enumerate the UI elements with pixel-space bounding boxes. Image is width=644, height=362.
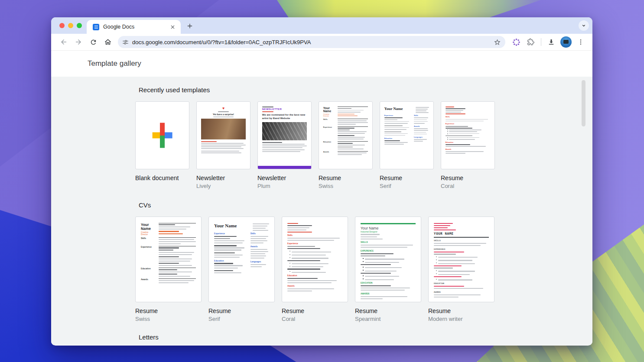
template-card[interactable]: Your Name Creative Director xyxy=(319,101,373,169)
browser-window: Google Docs xyxy=(51,17,592,346)
tab-search-button[interactable] xyxy=(579,20,589,31)
template-thumbnail: NEWSLETTER We are nominated for the best… xyxy=(258,102,311,169)
back-icon xyxy=(60,38,68,46)
template-title: Resume xyxy=(380,175,434,181)
minimize-window-button[interactable] xyxy=(68,23,73,28)
template-thumbnail: ♥ We have a surprise! xyxy=(197,102,250,169)
template-card[interactable]: Your Name Experience Education xyxy=(380,101,434,169)
toolbar-divider xyxy=(541,38,541,46)
flower-extension-icon xyxy=(513,39,520,46)
template-thumbnail: Your Name Experience Education xyxy=(380,102,433,169)
site-settings-icon xyxy=(122,39,129,45)
template-subtitle: Lively xyxy=(196,183,250,189)
close-icon xyxy=(170,24,176,30)
template-item-resume-coral: Skills Experience Education xyxy=(441,101,495,189)
close-window-button[interactable] xyxy=(59,23,65,28)
extension-flower-button[interactable] xyxy=(510,36,522,48)
template-subtitle: Swiss xyxy=(319,183,373,189)
download-icon xyxy=(547,38,555,46)
browser-menu-button[interactable] xyxy=(575,36,587,48)
page-title: Template gallery xyxy=(88,59,141,68)
template-card[interactable] xyxy=(135,101,189,169)
reload-button[interactable] xyxy=(87,36,99,48)
newsletter-photo xyxy=(201,119,246,139)
google-plus-icon xyxy=(152,123,172,148)
heart-icon: ♥ xyxy=(201,107,246,110)
template-title: Resume xyxy=(282,307,348,314)
template-title: Resume xyxy=(441,175,495,181)
template-card[interactable]: Your Name Experience Education xyxy=(208,217,275,302)
template-card[interactable]: Your Name Creative Director xyxy=(135,217,202,302)
reload-icon xyxy=(90,39,97,46)
template-card[interactable]: Skills Experience Educ xyxy=(282,217,348,302)
spearmint-top-bar xyxy=(361,223,416,224)
template-title: Newsletter xyxy=(257,175,312,181)
template-thumbnail: YOUR NAME SKILLS EXPERIENCE xyxy=(429,217,494,302)
url-text: docs.google.com/document/u/0/?ftv=1&fold… xyxy=(132,39,494,45)
forward-button[interactable] xyxy=(72,36,85,48)
template-row: Your Name Creative Director xyxy=(135,217,592,322)
template-subtitle: Swiss xyxy=(135,316,202,322)
template-thumbnail: Your Name Creative Director xyxy=(319,102,372,169)
template-item-resume-spearmint: Your Name Industrial Designer SKILLS EXP… xyxy=(355,217,421,322)
template-subtitle: Plum xyxy=(257,183,312,189)
tab-title: Google Docs xyxy=(103,24,169,30)
template-thumbnail: Your Name Industrial Designer SKILLS EXP… xyxy=(355,217,421,302)
template-title: Resume xyxy=(319,175,373,181)
back-button[interactable] xyxy=(58,36,70,48)
tab-google-docs[interactable]: Google Docs xyxy=(87,20,181,34)
google-docs-favicon xyxy=(93,24,99,30)
section-heading: Letters xyxy=(139,333,592,341)
template-item-resume-modern-writer: YOUR NAME SKILLS EXPERIENCE xyxy=(428,217,494,322)
template-item-newsletter-plum: NEWSLETTER We are nominated for the best… xyxy=(257,101,312,189)
section-recently-used: Recently used templates Blank document ♥ xyxy=(51,77,592,189)
template-subtitle: Coral xyxy=(282,316,348,322)
template-row: Blank document ♥ We have a surprise! xyxy=(135,101,592,189)
downloads-button[interactable] xyxy=(545,36,557,48)
template-thumbnail: Your Name Creative Director xyxy=(136,217,201,302)
profile-avatar[interactable] xyxy=(560,36,572,48)
template-card[interactable]: NEWSLETTER We are nominated for the best… xyxy=(257,101,312,169)
template-subtitle xyxy=(135,183,189,189)
fullscreen-window-button[interactable] xyxy=(77,23,82,28)
template-card[interactable]: YOUR NAME SKILLS EXPERIENCE xyxy=(428,217,494,302)
tab-strip: Google Docs xyxy=(51,17,592,34)
template-item-blank: Blank document xyxy=(135,101,189,189)
tab-close-button[interactable] xyxy=(169,23,176,31)
template-item-resume-serif: Your Name Experience Education xyxy=(380,101,434,189)
new-tab-button[interactable] xyxy=(185,21,195,31)
template-title: Resume xyxy=(355,307,421,314)
template-subtitle: Spearmint xyxy=(355,316,421,322)
template-title: Blank document xyxy=(135,175,189,181)
template-item-newsletter-lively: ♥ We have a surprise! News xyxy=(196,101,250,189)
desktop: { "colors": { "google_blue": "#4285f4", … xyxy=(0,0,644,362)
template-card[interactable]: ♥ We have a surprise! xyxy=(196,101,250,169)
scrollbar-thumb[interactable] xyxy=(582,80,585,126)
template-subtitle: Serif xyxy=(208,316,275,322)
template-title: Newsletter xyxy=(196,175,250,181)
template-subtitle: Serif xyxy=(380,183,434,189)
template-card[interactable]: Your Name Industrial Designer SKILLS EXP… xyxy=(355,217,421,302)
bookmark-star-icon[interactable] xyxy=(494,39,501,46)
template-thumbnail: Skills Experience Education xyxy=(441,102,494,169)
template-title: Resume xyxy=(428,307,494,314)
address-bar[interactable]: docs.google.com/document/u/0/?ftv=1&fold… xyxy=(118,36,505,48)
template-title: Resume xyxy=(208,307,275,314)
section-letters: Letters xyxy=(51,322,592,341)
template-thumbnail: Skills Experience Educ xyxy=(282,217,348,302)
plum-footer-bar xyxy=(258,166,311,169)
browser-toolbar: docs.google.com/document/u/0/?ftv=1&fold… xyxy=(51,34,592,51)
template-card[interactable]: Skills Experience Education xyxy=(441,101,495,169)
template-title: Resume xyxy=(135,307,202,314)
template-item-resume-serif: Your Name Experience Education xyxy=(208,217,275,322)
section-heading: Recently used templates xyxy=(139,86,592,94)
template-item-resume-coral: Skills Experience Educ xyxy=(282,217,348,322)
home-button[interactable] xyxy=(102,36,114,48)
template-item-resume-swiss: Your Name Creative Director xyxy=(135,217,202,322)
kebab-menu-icon xyxy=(577,39,584,45)
section-cvs: CVs Your Name Creative Director xyxy=(51,189,592,322)
guitar-photo xyxy=(262,122,307,141)
extensions-button[interactable] xyxy=(525,36,537,48)
template-subtitle: Coral xyxy=(441,183,495,189)
page-header: Template gallery xyxy=(51,51,592,77)
